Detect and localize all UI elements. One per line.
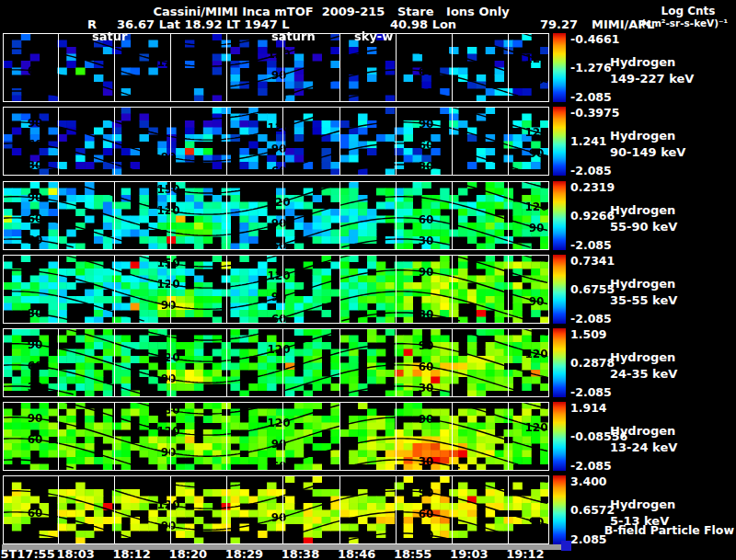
panel-species-label: Hydrogen xyxy=(610,424,675,438)
colorbar-min-label: -2.085 xyxy=(570,238,640,252)
panel-species-label: Hydrogen xyxy=(610,350,675,364)
ephemeris-segment: 79.27 xyxy=(540,17,578,31)
spectrogram-panel-3 xyxy=(3,181,549,250)
spectrogram-app: Cassini/MIMI Inca mTOF 2009-215 Stare Io… xyxy=(0,0,736,560)
plot-title: Cassini/MIMI Inca mTOF 2009-215 Stare Io… xyxy=(0,5,662,18)
ephemeris-segment: 36.67 Lat 18.92 LT 1947 L xyxy=(117,17,290,31)
colorbar-max-label: 0.2319 xyxy=(570,180,640,194)
colorbar-6 xyxy=(553,402,566,471)
panel-species-label: Hydrogen xyxy=(610,497,675,511)
horizontal-scrollbar[interactable] xyxy=(2,544,561,550)
panel-energy-label: 55-90 keV xyxy=(610,220,677,234)
spectrogram-panel-4 xyxy=(3,255,549,324)
fov-label: satur xyxy=(92,29,127,43)
colorbar-min-label: -2.085 xyxy=(570,164,640,177)
colorbar-max-label: 0.7341 xyxy=(570,254,640,268)
spectrogram-panel-5 xyxy=(3,328,549,397)
spectrogram-panel-1 xyxy=(3,33,549,102)
colorbar-1 xyxy=(553,33,566,102)
colorbar-max-label: -0.4661 xyxy=(570,32,640,46)
colorbar-max-label: 1.914 xyxy=(570,401,640,415)
panel-energy-label: 35-55 keV xyxy=(610,293,677,307)
panel-species-label: Hydrogen xyxy=(610,203,675,217)
panel-species-label: Hydrogen xyxy=(610,277,675,291)
fov-label: saturn xyxy=(271,29,316,43)
ephemeris-segment: 40.98 Lon xyxy=(390,17,456,31)
panel-energy-label: 13-24 keV xyxy=(610,440,677,454)
colorbar-min-label: -2.085 xyxy=(570,312,640,326)
spectrogram-panel-6 xyxy=(3,402,549,471)
colorbar-min-label: -2.085 xyxy=(570,385,640,399)
colorbar-max-label: -0.3975 xyxy=(570,106,640,120)
panel-energy-label: 24-35 keV xyxy=(610,367,677,381)
scrollbar-thumb[interactable] xyxy=(561,541,571,551)
colorbar-3 xyxy=(553,181,566,250)
fov-label: sky-w xyxy=(354,29,393,43)
spectrogram-panel-7 xyxy=(3,475,549,544)
panel-species-label: Hydrogen xyxy=(610,129,675,143)
panel-energy-label: 90-149 keV xyxy=(610,145,685,159)
ephemeris-segment: MIMI/APL xyxy=(592,17,654,31)
colorbar-max-label: 1.509 xyxy=(570,327,640,341)
colorbar-min-label: -2.085 xyxy=(570,90,640,104)
colorbar-4 xyxy=(553,255,566,324)
colorbar-min-label: -2.085 xyxy=(570,459,640,473)
panel-energy-label: 149-227 keV xyxy=(610,72,694,86)
colorbar-units-title: Log Cnts xyxy=(644,5,732,17)
colorbar-5 xyxy=(553,328,566,397)
colorbar-max-label: 3.400 xyxy=(570,474,640,488)
bfield-flow-label: B-field Particle Flow xyxy=(552,523,734,537)
spectrogram-panel-2 xyxy=(3,107,549,176)
colorbar-2 xyxy=(553,107,566,176)
panel-species-label: Hydrogen xyxy=(610,55,675,69)
